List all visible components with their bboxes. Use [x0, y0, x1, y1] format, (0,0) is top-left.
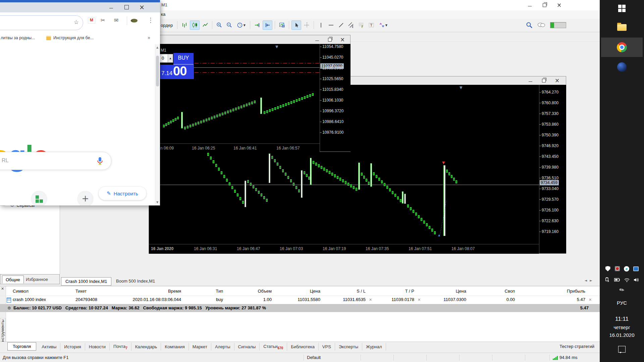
- file-explorer-icon[interactable]: [600, 24, 644, 31]
- remove-value-button[interactable]: ✕: [589, 298, 592, 302]
- tab-boom-500-index[interactable]: Boom 500 Index,M1: [112, 277, 159, 285]
- column-header[interactable]: Символ: [13, 289, 29, 294]
- column-header[interactable]: Тикет: [75, 289, 87, 294]
- timeframe-icon[interactable]: ▼: [235, 21, 248, 29]
- toolbox-tab-история[interactable]: История: [60, 343, 85, 351]
- column-header[interactable]: Прибыль: [512, 289, 585, 294]
- buy-button[interactable]: BUY: [173, 53, 194, 65]
- start-button[interactable]: [600, 5, 644, 12]
- restore-button[interactable]: [538, 77, 549, 83]
- add-shortcut-button[interactable]: +: [77, 191, 94, 205]
- shortcut-tile[interactable]: [31, 191, 47, 205]
- tab-common[interactable]: Общие: [2, 276, 24, 284]
- chrome-taskbar-icon[interactable]: [601, 38, 643, 57]
- toolbox-tab-статьи[interactable]: Статьи670: [260, 343, 287, 351]
- zoom-out-icon[interactable]: [225, 21, 234, 29]
- minimize-button[interactable]: [103, 2, 119, 12]
- fibonacci-icon[interactable]: F: [357, 21, 366, 29]
- trendline-icon[interactable]: [336, 21, 345, 29]
- text-label-icon[interactable]: T: [367, 21, 376, 29]
- clock-time[interactable]: 11:11: [600, 316, 644, 322]
- toolbox-tab-библиотека[interactable]: Библиотека: [287, 343, 319, 351]
- toolbox-close-icon[interactable]: ✕: [1, 287, 4, 291]
- bookmark-star-icon[interactable]: ☆: [74, 19, 79, 25]
- tab-scroll-arrows[interactable]: ◄►: [585, 279, 595, 282]
- graphic-objects-icon[interactable]: ▼: [377, 21, 389, 29]
- close-button[interactable]: ×: [337, 37, 347, 43]
- bar-chart-icon[interactable]: [180, 21, 189, 29]
- restore-button[interactable]: [537, 1, 552, 9]
- search-input[interactable]: RL: [0, 152, 111, 170]
- auto-scroll-icon[interactable]: [263, 20, 272, 30]
- zoom-in-icon[interactable]: [215, 21, 224, 29]
- gmail-extension-icon[interactable]: M: [88, 17, 95, 23]
- defender-icon[interactable]: [605, 266, 611, 272]
- close-button[interactable]: ×: [552, 1, 567, 9]
- strategy-tester-button[interactable]: Тестер стратегий: [559, 344, 594, 349]
- usb-icon[interactable]: [604, 277, 610, 283]
- action-center-icon[interactable]: [600, 346, 644, 353]
- language-indicator[interactable]: РУС: [600, 300, 644, 306]
- address-bar[interactable]: ☆: [0, 15, 83, 30]
- menu-help-fragment[interactable]: ка: [161, 12, 165, 17]
- toolbox-tab-почта[interactable]: Почта7: [110, 343, 131, 351]
- minimize-button[interactable]: [522, 1, 537, 9]
- chrome-titlebar[interactable]: ×: [0, 2, 160, 12]
- close-button[interactable]: ×: [134, 2, 150, 12]
- vertical-line-icon[interactable]: [316, 21, 325, 29]
- scrollbar[interactable]: ▲ ▼: [155, 44, 160, 205]
- scroll-down-icon[interactable]: ▼: [156, 201, 158, 204]
- volume-up-icon[interactable]: ▲: [168, 54, 173, 62]
- toolbox-tab-журнал[interactable]: Журнал: [362, 343, 386, 351]
- toolbox-tab-новости[interactable]: Новости: [85, 343, 110, 351]
- fish-extension-icon[interactable]: [131, 19, 138, 22]
- clock-date[interactable]: 16.01.2020: [600, 332, 644, 338]
- chrome-menu-icon[interactable]: ⋮: [148, 16, 154, 23]
- toolbox-tab-vps[interactable]: VPS: [319, 343, 335, 351]
- scroll-to-end-icon[interactable]: [253, 21, 262, 29]
- line-chart-icon[interactable]: [201, 21, 210, 29]
- chart-template-icon[interactable]: [277, 21, 286, 29]
- customize-button[interactable]: ✎ Настроить: [99, 187, 146, 200]
- toolbox-tab-сигналы[interactable]: Сигналы: [234, 343, 260, 351]
- clock-weekday[interactable]: четверг: [600, 325, 644, 330]
- expand-icon[interactable]: ⊕: [7, 305, 11, 310]
- toolbox-tab-алерты[interactable]: Алерты: [211, 343, 234, 351]
- toolbox-tab-календарь[interactable]: Календарь: [131, 343, 161, 351]
- toolbox-tab-маркет[interactable]: Маркет: [189, 343, 211, 351]
- equidistant-channel-icon[interactable]: E: [346, 21, 356, 29]
- candlestick-chart-icon[interactable]: [190, 20, 200, 30]
- toolbox-tab-активы[interactable]: Активы: [38, 343, 60, 351]
- search-icon[interactable]: [526, 22, 533, 28]
- profile-name[interactable]: Default: [307, 355, 321, 360]
- crash-chart-plot[interactable]: M1 ▼ 0 ▲ BUY 7.14 00: [160, 44, 320, 143]
- tab-crash-1000-index[interactable]: Crash 1000 Index,M1: [61, 277, 111, 286]
- chat-icon[interactable]: [537, 22, 545, 28]
- column-header[interactable]: Своп: [441, 289, 515, 294]
- close-button[interactable]: ×: [552, 77, 562, 83]
- remote-desktop-icon[interactable]: [633, 266, 639, 272]
- bookmarks-overflow-icon[interactable]: »: [148, 35, 150, 40]
- minimize-button[interactable]: [312, 37, 322, 43]
- cursor-icon[interactable]: [291, 20, 301, 30]
- trade-table-row[interactable]: crash 1000 index2047934082020.01.16 08:0…: [0, 296, 600, 304]
- restore-button[interactable]: [325, 37, 335, 43]
- mail-extension-icon[interactable]: ✉: [114, 17, 118, 23]
- bookmark-item[interactable]: Инструкция для бе...: [46, 36, 94, 40]
- crash-chart-titlebar[interactable]: ×: [160, 35, 350, 44]
- minimize-button[interactable]: [525, 77, 536, 83]
- volume-stepper[interactable]: 0 ▲: [160, 54, 173, 63]
- tab-favorites[interactable]: Избранное: [22, 276, 51, 283]
- scissors-extension-icon[interactable]: ✂: [101, 17, 105, 23]
- toolbox-tab-компания[interactable]: Компания: [161, 343, 189, 351]
- horizontal-line-icon[interactable]: [326, 21, 335, 29]
- scroll-up-icon[interactable]: ▲: [156, 46, 158, 49]
- maximize-button[interactable]: [119, 2, 134, 12]
- crosshair-icon[interactable]: [302, 21, 311, 29]
- toolbox-tab-торговля[interactable]: Торговля: [7, 342, 36, 351]
- scrollbar-thumb[interactable]: [156, 56, 159, 86]
- antivirus-icon[interactable]: [614, 266, 620, 272]
- browser-sphere-icon[interactable]: [600, 62, 644, 72]
- microphone-icon[interactable]: [96, 157, 104, 165]
- bookmark-item[interactable]: литвы за родны...: [1, 36, 35, 40]
